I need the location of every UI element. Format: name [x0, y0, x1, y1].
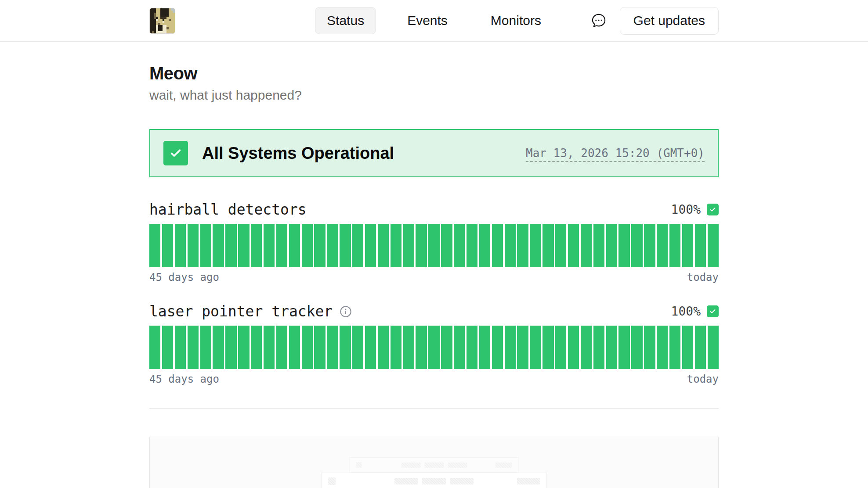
uptime-bar[interactable] — [581, 224, 592, 267]
uptime-bar[interactable] — [289, 224, 300, 267]
uptime-bar[interactable] — [225, 224, 236, 267]
uptime-bar[interactable] — [302, 224, 313, 267]
uptime-bar[interactable] — [682, 224, 693, 267]
uptime-bar[interactable] — [517, 224, 528, 267]
monitor-hairball-detectors: hairball detectors 100% 45 days ago toda… — [149, 201, 719, 283]
uptime-bar[interactable] — [505, 326, 516, 369]
uptime-bar[interactable] — [631, 224, 642, 267]
uptime-bar[interactable] — [669, 326, 680, 369]
uptime-bar[interactable] — [213, 326, 224, 369]
uptime-bar[interactable] — [238, 326, 249, 369]
uptime-bar[interactable] — [188, 326, 199, 369]
uptime-bar[interactable] — [175, 224, 186, 267]
uptime-bar[interactable] — [403, 326, 414, 369]
uptime-bar[interactable] — [175, 326, 186, 369]
uptime-bar[interactable] — [467, 224, 477, 267]
feedback-chat-bubble-icon[interactable] — [591, 13, 607, 29]
tab-monitors[interactable]: Monitors — [479, 7, 553, 34]
uptime-bar[interactable] — [644, 326, 655, 369]
uptime-bar[interactable] — [708, 224, 719, 267]
uptime-bar[interactable] — [162, 326, 173, 369]
uptime-bar[interactable] — [302, 326, 313, 369]
uptime-bar[interactable] — [162, 224, 173, 267]
uptime-bar[interactable] — [695, 326, 706, 369]
uptime-bar[interactable] — [542, 326, 553, 369]
uptime-bar[interactable] — [264, 224, 275, 267]
uptime-bar[interactable] — [378, 224, 389, 267]
uptime-bar[interactable] — [149, 224, 160, 267]
uptime-bar[interactable] — [428, 326, 439, 369]
uptime-bar[interactable] — [391, 326, 401, 369]
tab-events[interactable]: Events — [395, 7, 459, 34]
uptime-bar[interactable] — [264, 326, 275, 369]
uptime-bar[interactable] — [517, 326, 528, 369]
uptime-bar[interactable] — [340, 224, 351, 267]
uptime-bar[interactable] — [606, 326, 617, 369]
get-updates-button[interactable]: Get updates — [620, 7, 719, 35]
banner-timestamp[interactable]: Mar 13, 2026 15:20 (GMT+0) — [526, 147, 705, 160]
uptime-bar[interactable] — [365, 224, 376, 267]
uptime-bar[interactable] — [505, 224, 516, 267]
uptime-bar[interactable] — [403, 224, 414, 267]
uptime-bar[interactable] — [618, 326, 629, 369]
uptime-bar[interactable] — [238, 224, 249, 267]
page-title: Meow — [149, 64, 719, 83]
uptime-bar[interactable] — [593, 224, 604, 267]
uptime-bar[interactable] — [568, 326, 579, 369]
uptime-bar[interactable] — [327, 224, 338, 267]
uptime-bar[interactable] — [314, 326, 325, 369]
uptime-bar[interactable] — [568, 224, 579, 267]
uptime-bar[interactable] — [606, 224, 617, 267]
uptime-bar[interactable] — [542, 224, 553, 267]
uptime-bar[interactable] — [669, 224, 680, 267]
uptime-bar[interactable] — [618, 224, 629, 267]
uptime-bar[interactable] — [657, 326, 668, 369]
uptime-bar[interactable] — [441, 224, 452, 267]
tab-status[interactable]: Status — [315, 7, 376, 34]
uptime-bar[interactable] — [289, 326, 300, 369]
uptime-bar[interactable] — [391, 224, 401, 267]
uptime-bar[interactable] — [657, 224, 668, 267]
uptime-bar[interactable] — [682, 326, 693, 369]
uptime-bar[interactable] — [454, 224, 465, 267]
uptime-bar[interactable] — [225, 326, 236, 369]
uptime-bar[interactable] — [467, 326, 477, 369]
uptime-bar[interactable] — [479, 224, 490, 267]
uptime-bar[interactable] — [555, 224, 566, 267]
uptime-bar[interactable] — [530, 326, 541, 369]
uptime-bar[interactable] — [416, 224, 427, 267]
uptime-bar[interactable] — [314, 224, 325, 267]
uptime-bar[interactable] — [188, 224, 199, 267]
uptime-bar[interactable] — [327, 326, 338, 369]
uptime-bar[interactable] — [251, 326, 262, 369]
uptime-bar[interactable] — [251, 224, 262, 267]
uptime-bar[interactable] — [352, 224, 363, 267]
site-logo-cat[interactable] — [149, 8, 175, 34]
uptime-bar[interactable] — [644, 224, 655, 267]
uptime-bar[interactable] — [416, 326, 427, 369]
uptime-bar[interactable] — [213, 224, 224, 267]
uptime-bar[interactable] — [441, 326, 452, 369]
uptime-bar[interactable] — [492, 224, 503, 267]
uptime-bar[interactable] — [378, 326, 389, 369]
uptime-bar[interactable] — [631, 326, 642, 369]
uptime-bar[interactable] — [708, 326, 719, 369]
uptime-bar[interactable] — [695, 224, 706, 267]
uptime-bar[interactable] — [200, 326, 211, 369]
uptime-bar[interactable] — [530, 224, 541, 267]
info-icon[interactable] — [340, 305, 352, 318]
uptime-bar[interactable] — [581, 326, 592, 369]
uptime-bar[interactable] — [454, 326, 465, 369]
uptime-bar[interactable] — [149, 326, 160, 369]
uptime-bar[interactable] — [555, 326, 566, 369]
uptime-bar[interactable] — [428, 224, 439, 267]
uptime-bar[interactable] — [593, 326, 604, 369]
uptime-bar[interactable] — [365, 326, 376, 369]
uptime-bar[interactable] — [492, 326, 503, 369]
uptime-bar[interactable] — [276, 224, 287, 267]
uptime-bar[interactable] — [340, 326, 351, 369]
uptime-bar[interactable] — [352, 326, 363, 369]
uptime-bar[interactable] — [200, 224, 211, 267]
uptime-bar[interactable] — [479, 326, 490, 369]
uptime-bar[interactable] — [276, 326, 287, 369]
